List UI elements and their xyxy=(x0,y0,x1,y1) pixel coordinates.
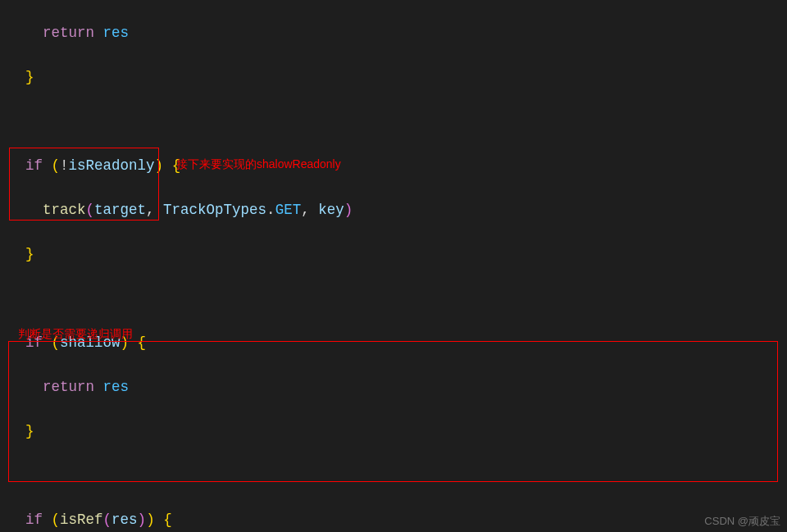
keyword-if: if xyxy=(25,512,43,528)
comma: , xyxy=(301,202,318,218)
brace: } xyxy=(25,423,34,439)
code-line: } xyxy=(0,66,787,89)
code-editor[interactable]: return res } if (!isReadonly) { track(ta… xyxy=(0,0,787,532)
code-line xyxy=(0,288,787,310)
var-target: target xyxy=(94,202,146,218)
paren: ( xyxy=(52,157,61,174)
var-isReadonly: isReadonly xyxy=(69,157,155,174)
paren: ( xyxy=(103,512,112,528)
keyword-if: if xyxy=(25,157,43,174)
func-isRef: isRef xyxy=(60,512,103,528)
dot: . xyxy=(266,202,275,218)
prop-GET: GET xyxy=(275,202,302,218)
brace: { xyxy=(163,512,172,528)
var-res: res xyxy=(111,512,138,528)
op-not: ! xyxy=(60,157,69,174)
paren: ) xyxy=(155,157,164,174)
keyword-return: return xyxy=(43,25,94,41)
annotation-shallow: 接下来要实现的shalowReadonly xyxy=(176,157,341,172)
paren: ) xyxy=(344,202,353,218)
keyword-return: return xyxy=(43,379,94,395)
paren: ) xyxy=(138,512,147,528)
code-line xyxy=(0,111,787,133)
code-line: if (!isReadonly) { xyxy=(0,155,787,177)
annotation-recursive: 判断是否需要递归调用 xyxy=(18,327,133,342)
paren: ) xyxy=(146,512,155,528)
brace: } xyxy=(25,246,34,262)
code-line: if (isRef(res)) { xyxy=(0,509,787,531)
var-TrackOpTypes: TrackOpTypes xyxy=(163,202,266,218)
code-line: track(target, TrackOpTypes.GET, key) xyxy=(0,199,787,221)
code-line: return res xyxy=(0,376,787,398)
code-line xyxy=(0,465,787,487)
code-line: } xyxy=(0,421,787,443)
var-res: res xyxy=(103,379,130,395)
brace: { xyxy=(138,334,147,351)
paren: ( xyxy=(52,512,61,528)
func-track: track xyxy=(43,202,86,218)
comma: , xyxy=(146,202,163,218)
code-line: } xyxy=(0,243,787,266)
var-res: res xyxy=(103,25,130,41)
var-key: key xyxy=(318,202,344,218)
watermark: CSDN @顽皮宝 xyxy=(704,514,780,529)
paren: ( xyxy=(86,202,95,218)
brace: } xyxy=(25,69,34,85)
code-line: return res xyxy=(0,22,787,44)
